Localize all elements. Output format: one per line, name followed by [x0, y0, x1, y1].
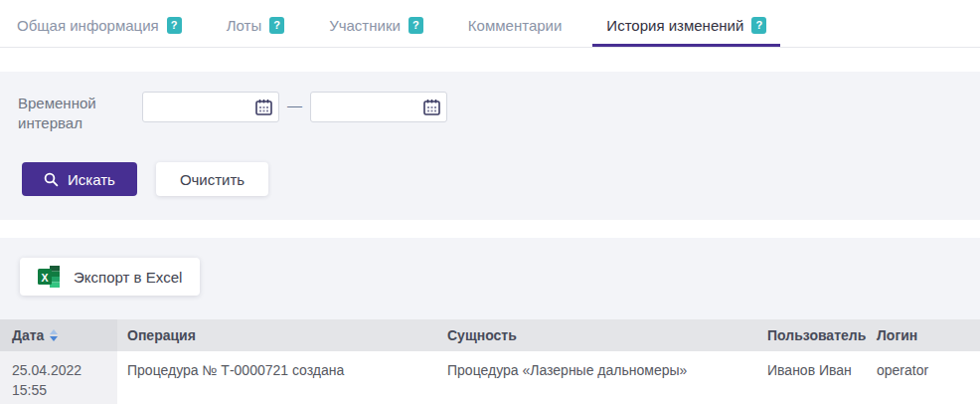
tab-lots[interactable]: Лоты ?	[213, 0, 299, 47]
calendar-icon[interactable]	[255, 99, 272, 115]
column-header-entity[interactable]: Сущность	[437, 319, 757, 351]
help-badge-icon[interactable]: ?	[751, 17, 766, 34]
date-range-label: Временной интервал	[18, 94, 121, 133]
cell-date-value: 25.04.2022	[12, 360, 117, 380]
cell-user: Иванов Иван	[757, 351, 867, 404]
help-badge-icon[interactable]: ?	[408, 17, 423, 34]
tab-history[interactable]: История изменений ?	[592, 0, 780, 47]
help-badge-icon[interactable]: ?	[167, 17, 182, 34]
svg-text:X: X	[41, 272, 48, 284]
table-row: 25.04.2022 15:55 Процедура № Т-0000721 с…	[0, 351, 980, 404]
column-header-login[interactable]: Логин	[867, 319, 980, 351]
excel-icon: X	[38, 266, 62, 288]
tab-participants-label: Участники	[329, 17, 401, 34]
column-header-date[interactable]: Дата	[0, 319, 117, 351]
tab-bar: Общая информация ? Лоты ? Участники ? Ко…	[0, 0, 980, 48]
column-header-user[interactable]: Пользователь	[757, 319, 867, 351]
filter-panel: Временной интервал —	[0, 72, 980, 220]
search-button[interactable]: Искать	[22, 162, 137, 196]
sort-icon[interactable]	[50, 329, 58, 341]
clear-button[interactable]: Очистить	[156, 162, 268, 196]
date-range-separator: —	[287, 97, 302, 113]
tab-lots-label: Лоты	[227, 17, 262, 34]
tab-comments[interactable]: Комментарии	[454, 0, 575, 47]
cell-login: operator	[867, 351, 980, 404]
table-header-row: Дата Операция Сущность Пользователь Логи…	[0, 319, 980, 351]
tab-comments-label: Комментарии	[468, 17, 562, 34]
history-table: Дата Операция Сущность Пользователь Логи…	[0, 319, 980, 404]
search-button-label: Искать	[68, 171, 115, 188]
tab-general-info[interactable]: Общая информация ?	[3, 0, 196, 47]
tab-participants[interactable]: Участники ?	[315, 0, 437, 47]
history-panel: X Экспорт в Excel Дата Операция Сущность…	[0, 238, 980, 404]
tab-history-label: История изменений	[606, 17, 743, 34]
cell-entity: Процедура «Лазерные дальномеры»	[437, 351, 757, 404]
export-excel-label: Экспорт в Excel	[74, 269, 182, 286]
column-header-date-label: Дата	[12, 327, 44, 343]
tab-general-info-label: Общая информация	[17, 17, 159, 34]
calendar-icon[interactable]	[423, 99, 440, 115]
cell-operation: Процедура № Т-0000721 создана	[117, 351, 437, 404]
export-excel-button[interactable]: X Экспорт в Excel	[20, 258, 200, 296]
date-from-field	[142, 92, 279, 122]
cell-date: 25.04.2022 15:55	[0, 351, 117, 404]
column-header-operation[interactable]: Операция	[117, 319, 437, 351]
cell-time-value: 15:55	[12, 380, 117, 400]
date-to-field	[310, 92, 447, 122]
help-badge-icon[interactable]: ?	[269, 17, 284, 34]
search-icon	[44, 172, 59, 187]
